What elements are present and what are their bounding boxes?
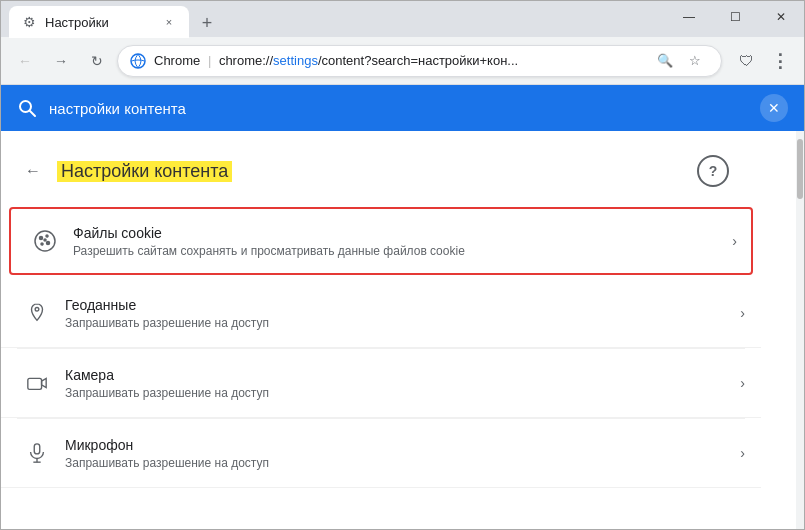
geodata-item-desc: Запрашивать разрешение на доступ xyxy=(65,316,740,330)
site-info-icon[interactable] xyxy=(130,53,146,69)
content-search-bar: настройки контента ✕ xyxy=(1,85,804,131)
cookies-icon xyxy=(25,221,65,261)
camera-item-desc: Запрашивать разрешение на доступ xyxy=(65,386,740,400)
svg-line-2 xyxy=(30,111,35,116)
geodata-item-title: Геоданные xyxy=(65,297,740,313)
omnibox-separator: | xyxy=(208,53,211,68)
camera-setting-item[interactable]: Камера Запрашивать разрешение на доступ … xyxy=(1,349,761,418)
svg-rect-10 xyxy=(28,378,42,389)
omnibox-url-suffix: /content?search=настройки+кон... xyxy=(318,53,518,68)
svg-point-6 xyxy=(47,242,50,245)
minimize-button[interactable]: — xyxy=(666,1,712,33)
maximize-button[interactable]: ☐ xyxy=(712,1,758,33)
svg-point-4 xyxy=(40,237,43,240)
cookies-item-title: Файлы cookie xyxy=(73,225,732,241)
back-button[interactable]: ← xyxy=(9,45,41,77)
omnibox-url: chrome://settings/content?search=настрой… xyxy=(219,53,518,68)
menu-icon[interactable]: ⋮ xyxy=(764,45,796,77)
active-tab[interactable]: ⚙ Настройки × xyxy=(9,6,189,38)
cookies-item-text: Файлы cookie Разрешить сайтам сохранять … xyxy=(65,225,732,258)
omnibox-actions: 🔍 ☆ xyxy=(651,47,709,75)
scrollbar-thumb[interactable] xyxy=(797,139,803,199)
breadcrumb: ← Настройки контента ? xyxy=(1,147,761,203)
help-button[interactable]: ? xyxy=(697,155,729,187)
close-button[interactable]: ✕ xyxy=(758,1,804,33)
microphone-chevron-icon: › xyxy=(740,445,745,461)
cookies-chevron-icon: › xyxy=(732,233,737,249)
omnibox-url-prefix: chrome:// xyxy=(219,53,273,68)
omnibox-url-bold: settings xyxy=(273,53,318,68)
camera-icon xyxy=(17,363,57,403)
tab-close-button[interactable]: × xyxy=(161,14,177,30)
omnibox-text: Chrome | chrome://settings/content?searc… xyxy=(154,53,643,68)
svg-point-5 xyxy=(46,235,48,237)
content-inner: ← Настройки контента ? xyxy=(1,131,761,504)
camera-chevron-icon: › xyxy=(740,375,745,391)
address-bar: ← → ↻ Chrome | chrome://settings/content… xyxy=(1,37,804,85)
svg-point-9 xyxy=(35,308,39,312)
omnibox-brand: Chrome xyxy=(154,53,200,68)
content-area: ← Настройки контента ? xyxy=(1,131,796,529)
page-title: Настройки контента xyxy=(57,161,232,182)
search-icon[interactable]: 🔍 xyxy=(651,47,679,75)
main-content: ← Настройки контента ? xyxy=(1,131,804,529)
microphone-icon xyxy=(17,433,57,473)
bookmark-icon[interactable]: ☆ xyxy=(681,47,709,75)
cookies-item-desc: Разрешить сайтам сохранять и просматрива… xyxy=(73,244,732,258)
microphone-setting-item[interactable]: Микрофон Запрашивать разрешение на досту… xyxy=(1,419,761,488)
new-tab-button[interactable]: + xyxy=(193,9,221,37)
search-magnifier-icon xyxy=(17,98,37,118)
microphone-item-title: Микрофон xyxy=(65,437,740,453)
geodata-setting-item[interactable]: Геоданные Запрашивать разрешение на дост… xyxy=(1,279,761,348)
refresh-button[interactable]: ↻ xyxy=(81,45,113,77)
tab-title: Настройки xyxy=(45,15,153,30)
scrollbar[interactable] xyxy=(796,131,804,529)
search-clear-button[interactable]: ✕ xyxy=(760,94,788,122)
svg-rect-12 xyxy=(34,444,40,454)
forward-button[interactable]: → xyxy=(45,45,77,77)
omnibox[interactable]: Chrome | chrome://settings/content?searc… xyxy=(117,45,722,77)
camera-item-title: Камера xyxy=(65,367,740,383)
geodata-item-text: Геоданные Запрашивать разрешение на дост… xyxy=(57,297,740,330)
breadcrumb-back-button[interactable]: ← xyxy=(17,155,49,187)
shield-icon[interactable]: 🛡 xyxy=(730,45,762,77)
browser-window: ⚙ Настройки × + — ☐ ✕ ← → ↻ Chrome | xyxy=(0,0,805,530)
search-query: настройки контента xyxy=(49,100,748,117)
microphone-item-text: Микрофон Запрашивать разрешение на досту… xyxy=(57,437,740,470)
window-controls: — ☐ ✕ xyxy=(666,1,804,37)
camera-item-text: Камера Запрашивать разрешение на доступ xyxy=(57,367,740,400)
microphone-item-desc: Запрашивать разрешение на доступ xyxy=(65,456,740,470)
geodata-chevron-icon: › xyxy=(740,305,745,321)
tab-settings-icon: ⚙ xyxy=(21,14,37,30)
cookies-setting-item[interactable]: Файлы cookie Разрешить сайтам сохранять … xyxy=(9,207,753,275)
svg-point-7 xyxy=(41,243,43,245)
title-bar: ⚙ Настройки × + — ☐ ✕ xyxy=(1,1,804,37)
svg-point-8 xyxy=(44,239,46,241)
toolbar-actions: 🛡 ⋮ xyxy=(730,45,796,77)
geodata-icon xyxy=(17,293,57,333)
